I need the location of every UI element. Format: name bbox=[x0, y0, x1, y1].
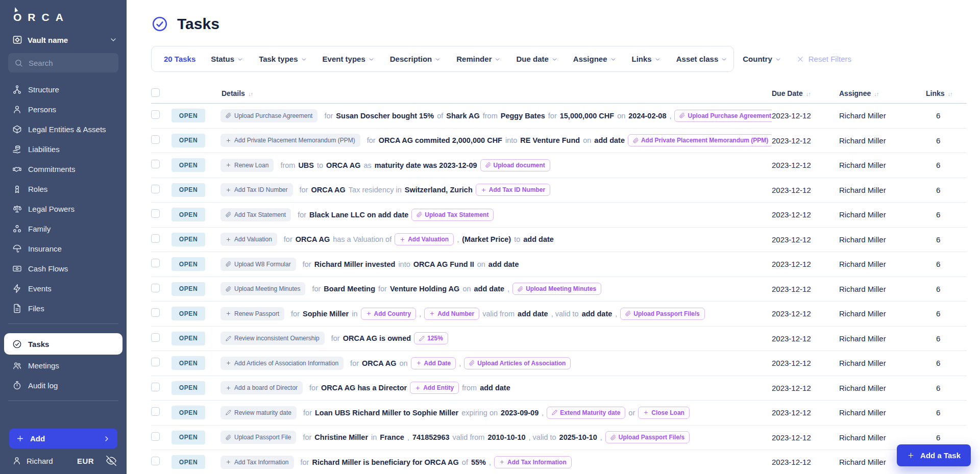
sidebar-item-persons[interactable]: Persons bbox=[0, 99, 127, 119]
task-row[interactable]: OPENAdd ValuationforORCA AGhas a Valuati… bbox=[151, 228, 967, 253]
task-type-chip[interactable]: Upload W8 Formular bbox=[220, 258, 296, 271]
filter-reminder[interactable]: Reminder bbox=[456, 55, 501, 63]
task-type-chip[interactable]: Add Valuation bbox=[220, 233, 277, 246]
task-action-chip[interactable]: 125% bbox=[414, 332, 448, 344]
row-checkbox[interactable] bbox=[151, 432, 160, 441]
task-row[interactable]: OPENAdd Private Placement Memorandum (PP… bbox=[151, 129, 967, 154]
task-action-chip[interactable]: Add Tax Information bbox=[494, 456, 572, 468]
search-box[interactable] bbox=[8, 53, 118, 72]
task-row[interactable]: OPENUpload Meeting MinutesforBoard Meeti… bbox=[151, 277, 967, 302]
task-type-chip[interactable]: Upload Passport File bbox=[220, 431, 296, 444]
reset-filters-button[interactable]: Reset Filters bbox=[797, 55, 851, 63]
task-type-chip[interactable]: Add a board of Director bbox=[220, 381, 303, 394]
task-action-chip[interactable]: Add Valuation bbox=[395, 233, 454, 245]
current-user-label[interactable]: Richard bbox=[27, 457, 53, 465]
column-header-assignee[interactable]: Assignee↓↑ bbox=[839, 89, 926, 97]
filter-due-date[interactable]: Due date bbox=[516, 55, 557, 63]
row-checkbox[interactable] bbox=[151, 407, 160, 416]
task-count-label[interactable]: 20 Tasks bbox=[164, 55, 195, 63]
task-action-chip[interactable]: Add Private Placement Memorandum (PPM) bbox=[628, 134, 772, 146]
task-action-chip[interactable]: Upload Tax Statement bbox=[411, 209, 494, 221]
task-row[interactable]: OPENAdd Articles of Association Informat… bbox=[151, 351, 967, 376]
row-checkbox[interactable] bbox=[151, 234, 160, 243]
sidebar-add-button[interactable]: Add bbox=[9, 429, 117, 448]
task-row[interactable]: OPENUpload Passport FileforChristine Mil… bbox=[151, 426, 967, 451]
task-row[interactable]: OPENReview maturity dateforLoan UBS Rich… bbox=[151, 401, 967, 426]
task-row[interactable]: OPENRenew PassportforSophie MillerinAdd … bbox=[151, 302, 967, 327]
task-action-chip[interactable]: Upload Passport File/s bbox=[605, 431, 690, 443]
sidebar-item-legal-entities-assets[interactable]: Legal Entities & Assets bbox=[0, 119, 127, 139]
row-checkbox[interactable] bbox=[151, 110, 160, 119]
task-action-chip[interactable]: Upload Articles of Association bbox=[464, 357, 571, 369]
task-row[interactable]: OPENRenew LoanfromUBStoORCA AGasmaturity… bbox=[151, 153, 967, 178]
eye-off-icon[interactable] bbox=[106, 456, 116, 466]
row-checkbox[interactable] bbox=[151, 284, 160, 292]
task-type-chip[interactable]: Renew Loan bbox=[220, 159, 274, 172]
search-input[interactable] bbox=[28, 58, 112, 68]
task-action-chip[interactable]: Add Country bbox=[361, 308, 416, 320]
select-all-checkbox[interactable] bbox=[151, 88, 160, 97]
sidebar-item-files[interactable]: Files bbox=[0, 298, 127, 318]
row-checkbox[interactable] bbox=[151, 308, 160, 317]
task-row[interactable]: OPENAdd Tax StatementforBlack Lane LLC o… bbox=[151, 203, 967, 228]
task-type-chip[interactable]: Review maturity date bbox=[220, 406, 297, 419]
sidebar-item-roles[interactable]: Roles bbox=[0, 179, 127, 199]
row-checkbox[interactable] bbox=[151, 135, 160, 144]
task-action-chip[interactable]: Add Tax ID Number bbox=[476, 184, 550, 196]
task-type-chip[interactable]: Add Articles of Association Information bbox=[220, 357, 344, 370]
row-checkbox[interactable] bbox=[151, 160, 160, 168]
sidebar-item-meetings[interactable]: Meetings bbox=[0, 356, 127, 376]
task-action-chip[interactable]: Upload Meeting Minutes bbox=[512, 283, 601, 295]
task-type-chip[interactable]: Add Tax ID Number bbox=[220, 183, 293, 196]
filter-description[interactable]: Description bbox=[390, 55, 442, 63]
task-row[interactable]: OPENUpload Purchase AgreementforSusan Do… bbox=[151, 104, 967, 129]
row-checkbox[interactable] bbox=[151, 259, 160, 267]
sidebar-item-tasks[interactable]: Tasks bbox=[4, 333, 122, 355]
row-checkbox[interactable] bbox=[151, 333, 160, 342]
task-action-chip[interactable]: Add Entity bbox=[410, 382, 459, 394]
currency-label[interactable]: EUR bbox=[77, 457, 94, 465]
task-row[interactable]: OPENAdd Tax ID NumberforORCA AGTax resid… bbox=[151, 178, 967, 203]
filter-assignee[interactable]: Assignee bbox=[573, 55, 617, 63]
task-type-chip[interactable]: Add Private Placement Memorandum (PPM) bbox=[220, 134, 360, 147]
add-task-button[interactable]: Add a Task bbox=[897, 444, 971, 466]
sidebar-item-structure[interactable]: Structure bbox=[0, 80, 127, 99]
sidebar-item-events[interactable]: Events bbox=[0, 279, 127, 298]
row-checkbox[interactable] bbox=[151, 185, 160, 193]
column-header-links[interactable]: Links↓↑ bbox=[926, 89, 967, 97]
sidebar-item-family[interactable]: Family bbox=[0, 219, 127, 239]
task-row[interactable]: OPENAdd Tax InformationforRichard Miller… bbox=[151, 450, 967, 474]
row-checkbox[interactable] bbox=[151, 383, 160, 391]
task-action-chip[interactable]: Extend Maturity date bbox=[547, 407, 625, 419]
task-row[interactable]: OPENAdd a board of DirectorforORCA AG ha… bbox=[151, 376, 967, 401]
task-action-chip[interactable]: Add Date bbox=[411, 357, 456, 369]
task-type-chip[interactable]: Review inconsistent Ownership bbox=[220, 332, 325, 345]
filter-status[interactable]: Status bbox=[211, 55, 243, 63]
task-action-chip[interactable]: Upload Passport File/s bbox=[620, 308, 704, 320]
task-type-chip[interactable]: Add Tax Information bbox=[220, 456, 294, 469]
filter-country[interactable]: Country bbox=[743, 55, 781, 63]
sidebar-item-insurance[interactable]: Insurance bbox=[0, 239, 127, 259]
task-action-chip[interactable]: Add Number bbox=[424, 308, 479, 320]
filter-task-types[interactable]: Task types bbox=[259, 55, 307, 63]
row-checkbox[interactable] bbox=[151, 457, 160, 465]
filter-asset-class[interactable]: Asset class bbox=[676, 55, 728, 63]
column-header-due-date[interactable]: Due Date↓↑ bbox=[772, 89, 839, 97]
task-action-chip[interactable]: Upload document bbox=[480, 159, 550, 171]
task-type-chip[interactable]: Add Tax Statement bbox=[220, 208, 291, 221]
task-row[interactable]: OPENReview inconsistent OwnershipforORCA… bbox=[151, 327, 967, 352]
sidebar-item-commitments[interactable]: Commitments bbox=[0, 159, 127, 179]
sidebar-item-audit-log[interactable]: Audit log bbox=[0, 376, 127, 395]
filter-event-types[interactable]: Event types bbox=[323, 55, 375, 63]
sidebar-item-cash-flows[interactable]: Cash Flows bbox=[0, 259, 127, 279]
sidebar-item-legal-powers[interactable]: Legal Powers bbox=[0, 199, 127, 219]
column-header-details[interactable]: Details↓↑ bbox=[220, 89, 772, 97]
task-type-chip[interactable]: Upload Meeting Minutes bbox=[220, 282, 305, 295]
row-checkbox[interactable] bbox=[151, 209, 160, 218]
task-type-chip[interactable]: Upload Purchase Agreement bbox=[220, 109, 317, 122]
task-type-chip[interactable]: Renew Passport bbox=[220, 307, 284, 320]
task-action-chip[interactable]: Upload Purchase Agreement bbox=[674, 110, 772, 122]
task-row[interactable]: OPENUpload W8 FormularforRichard Miller … bbox=[151, 252, 967, 277]
vault-selector[interactable]: Vault name bbox=[0, 35, 127, 45]
task-action-chip[interactable]: Close Loan bbox=[638, 407, 690, 419]
